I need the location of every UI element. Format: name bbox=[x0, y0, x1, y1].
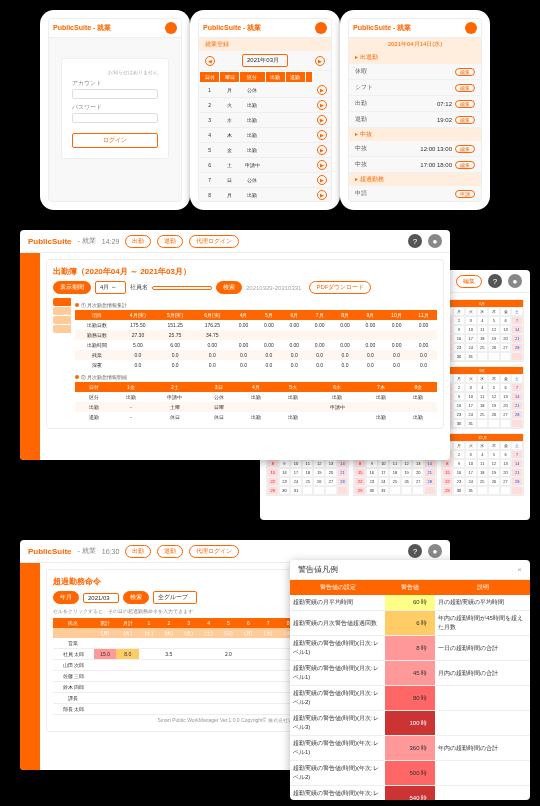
day-date: 2021年04月14日(水) bbox=[349, 38, 481, 51]
menu-icon[interactable] bbox=[165, 22, 177, 34]
menu-icon[interactable] bbox=[465, 22, 477, 34]
legend-table: 警告値の設定警告値説明超勤実績の月平均時間60 時月の超勤実績の平均時間超勤実績… bbox=[290, 580, 530, 800]
side-tabs[interactable]: 出勤簿申請一覧承認超勤命令 bbox=[53, 298, 71, 422]
range-text: 20210329-20210331 bbox=[246, 285, 301, 291]
detail-table: 日付1金2土3日4月5火6水7木8金区分出勤申請中公休出勤出勤出勤出勤出勤出勤-… bbox=[75, 382, 437, 422]
day-body: ▸ 出退勤休暇編集シフト編集出勤07:12編集退勤19:02編集▸ 中抜中抜12… bbox=[349, 51, 481, 202]
user-icon[interactable]: ● bbox=[428, 544, 442, 558]
tab-proxy[interactable]: 代理ログイン bbox=[189, 545, 239, 558]
section2-title: ② 月次勤怠情報明細 bbox=[81, 374, 127, 380]
account-label: アカウント bbox=[72, 79, 158, 88]
prev-month-button[interactable]: ◀ bbox=[205, 56, 215, 66]
tab-in[interactable]: 出勤 bbox=[125, 235, 151, 248]
search-button[interactable]: 検索 bbox=[123, 591, 149, 604]
user-icon[interactable]: ● bbox=[428, 234, 442, 248]
brand: PublicSuite bbox=[28, 237, 72, 246]
clock: 14:29 bbox=[102, 238, 120, 245]
menu-icon[interactable] bbox=[315, 22, 327, 34]
login-button[interactable]: ログイン bbox=[72, 133, 158, 148]
brand: PublicSuite bbox=[28, 547, 72, 556]
login-card: お知らせはありません アカウント パスワード ログイン bbox=[61, 58, 169, 159]
brand-sub: - 就業 bbox=[78, 236, 96, 246]
phone-day: PublicSuite - 就業 2021年04月14日(水) ▸ 出退勤休暇編… bbox=[340, 10, 490, 210]
month-select[interactable]: 2021年03月 bbox=[242, 54, 288, 67]
clock: 16:30 bbox=[102, 548, 120, 555]
tab-proxy[interactable]: 代理ログイン bbox=[189, 235, 239, 248]
brand-sub: - 就業 bbox=[78, 546, 96, 556]
tab-out[interactable]: 退勤 bbox=[157, 235, 183, 248]
group-select[interactable]: 全グループ bbox=[153, 591, 197, 604]
password-input[interactable] bbox=[72, 113, 158, 123]
period-label: 表示期間 bbox=[53, 281, 91, 294]
panel-title: 出勤簿（2020年04月 ～ 2021年03月） bbox=[53, 266, 437, 277]
tab-out[interactable]: 退勤 bbox=[157, 545, 183, 558]
register-table: 日付曜日区分出勤退勤1月公休▶2火出勤▶3水出勤▶4木出勤▶5金出勤▶6土申請中… bbox=[199, 71, 331, 202]
password-label: パスワード bbox=[72, 103, 158, 112]
phone-mockups: PublicSuite - 就業 お知らせはありません アカウント パスワード … bbox=[40, 10, 500, 220]
sidebar[interactable] bbox=[20, 253, 40, 460]
app-title: PublicSuite - 就業 bbox=[203, 23, 261, 33]
close-icon[interactable]: × bbox=[517, 565, 522, 574]
edit-button[interactable]: 編集 bbox=[456, 275, 482, 288]
help-icon[interactable]: ? bbox=[408, 544, 422, 558]
help-icon[interactable]: ? bbox=[488, 274, 502, 288]
emp-select[interactable] bbox=[152, 286, 212, 290]
pdf-button[interactable]: PDFダウンロード bbox=[309, 281, 371, 294]
summary-table: 項目4月(実)5月(実)6月(実)4月5月6月7月8月9月10月11月出勤日数1… bbox=[75, 310, 437, 370]
sidebar[interactable] bbox=[20, 563, 40, 770]
legend-title: 警告値凡例 bbox=[298, 564, 338, 575]
login-note: お知らせはありません bbox=[72, 69, 158, 75]
user-icon[interactable]: ● bbox=[508, 274, 522, 288]
section1-title: ① 月次勤怠情報集計 bbox=[81, 302, 127, 308]
account-input[interactable] bbox=[72, 89, 158, 99]
next-month-button[interactable]: ▶ bbox=[315, 56, 325, 66]
ym-select[interactable]: 2021/03 bbox=[83, 593, 119, 603]
attendance-panel: PublicSuite - 就業 14:29 出勤 退勤 代理ログイン ? ● … bbox=[20, 230, 450, 460]
ym-label: 年月 bbox=[53, 591, 79, 604]
app-title: PublicSuite - 就業 bbox=[353, 23, 411, 33]
search-button[interactable]: 検索 bbox=[216, 281, 242, 294]
period-select[interactable]: 4月 ～ bbox=[95, 281, 126, 294]
legend-popup: 警告値凡例 × 警告値の設定警告値説明超勤実績の月平均時間60 時月の超勤実績の… bbox=[290, 560, 530, 800]
help-icon[interactable]: ? bbox=[408, 234, 422, 248]
phone-register: PublicSuite - 就業 就業登録 ◀ 2021年03月 ▶ 日付曜日区… bbox=[190, 10, 340, 210]
phone-login: PublicSuite - 就業 お知らせはありません アカウント パスワード … bbox=[40, 10, 190, 210]
register-header: 就業登録 bbox=[199, 38, 331, 51]
app-title: PublicSuite - 就業 bbox=[53, 23, 111, 33]
tab-in[interactable]: 出勤 bbox=[125, 545, 151, 558]
emp-label: 社員名 bbox=[130, 283, 148, 292]
